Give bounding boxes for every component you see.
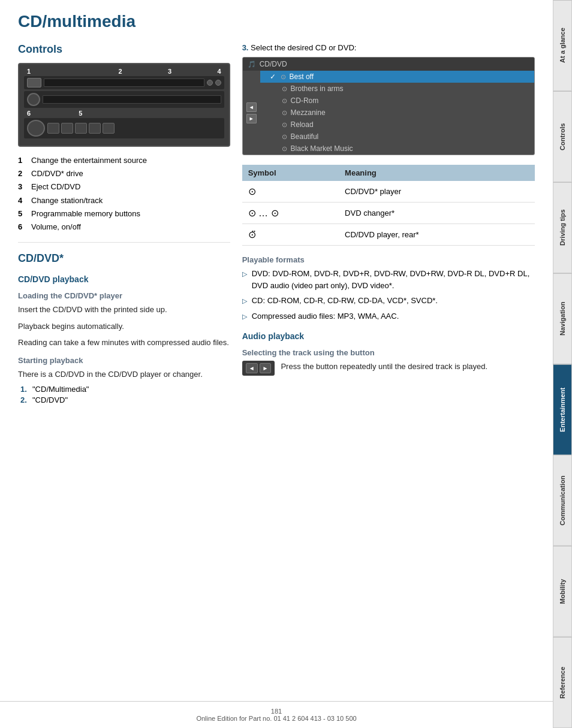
item-num: 6 <box>18 222 26 232</box>
symbol-cell: ⊙ <box>242 181 339 203</box>
panel-label-2: 2 <box>119 68 122 75</box>
playable-formats-list: ▷ DVD: DVD-ROM, DVD-R, DVD+R, DVD-RW, DV… <box>242 268 535 322</box>
prev-track-button[interactable]: ◄ <box>246 363 258 373</box>
controls-heading: Controls <box>18 43 230 56</box>
table-row: ⊙ … ⊙ DVD changer* <box>242 203 535 224</box>
step3-text: 3. Select the desired CD or DVD: <box>242 43 535 52</box>
left-column: Controls 1 2 3 4 <box>18 43 230 409</box>
section-divider <box>18 242 230 243</box>
symbol-col-header: Symbol <box>242 165 339 181</box>
next-track-button[interactable]: ► <box>260 363 272 373</box>
step-num: 2. <box>20 395 29 404</box>
loading-heading: Loading the CD/DVD* player <box>18 291 230 300</box>
sidebar-tab-reference[interactable]: Reference <box>553 637 572 728</box>
list-item-4: 4 Change station/track <box>18 195 230 206</box>
dropdown-item-black-market-music[interactable]: ⊙ Black Market Music <box>260 143 534 155</box>
loading-text-3: Reading can take a few minutes with comp… <box>18 337 230 349</box>
ordered-step-1: 1. "CD/Multimedia" <box>20 385 230 394</box>
starting-text: There is a CD/DVD in the CD/DVD player o… <box>18 368 230 380</box>
page-number: 181 <box>271 708 282 715</box>
meaning-cell: CD/DVD* player <box>339 181 535 203</box>
list-item: ▷ DVD: DVD-ROM, DVD-R, DVD+R, DVD-RW, DV… <box>242 268 535 291</box>
item-text: Programmable memory buttons <box>31 209 140 219</box>
track-selection-area: ◄ ► Press the button repeatedly until th… <box>242 361 535 377</box>
dropdown-header: 🎵 CD/DVD <box>243 58 534 71</box>
audio-playback-heading: Audio playback <box>242 331 535 341</box>
symbol-cell: ⊙ … ⊙ <box>242 203 339 224</box>
item-num: 4 <box>18 195 26 206</box>
ordered-steps: 1. "CD/Multimedia" 2. "CD/DVD" <box>20 385 230 404</box>
panel-label-1: 1 <box>27 68 31 75</box>
item-num: 2 <box>18 168 26 179</box>
bullet-icon: ▷ <box>242 312 248 322</box>
list-item-3: 3 Eject CD/DVD <box>18 182 230 192</box>
dropdown-item-brothers-in-arms[interactable]: ⊙ Brothers in arms <box>260 83 534 95</box>
sidebar-tabs: At a glance Controls Driving tips Naviga… <box>553 0 572 728</box>
step-num: 1. <box>20 385 29 394</box>
ordered-step-2: 2. "CD/DVD" <box>20 395 230 404</box>
list-item-5: 5 Programmable memory buttons <box>18 209 230 219</box>
step-text: "CD/Multimedia" <box>32 385 89 394</box>
page-footer: 181 Online Edition for Part no. 01 41 2 … <box>0 701 553 728</box>
meaning-cell: DVD changer* <box>339 203 535 224</box>
sidebar-tab-communication[interactable]: Communication <box>553 455 572 546</box>
dropdown-item-cd-rom[interactable]: ⊙ CD-Rom <box>260 95 534 107</box>
list-item: ▷ CD: CD-ROM, CD-R, CD-RW, CD-DA, VCD*, … <box>242 295 535 307</box>
cddvd-dropdown[interactable]: 🎵 CD/DVD ◄ ► ✓ ⊙ Best off <box>242 57 535 155</box>
content-columns: Controls 1 2 3 4 <box>18 43 535 409</box>
item-num: 1 <box>18 155 26 166</box>
sidebar-tab-at-a-glance[interactable]: At a glance <box>553 0 572 91</box>
panel-label-5: 5 <box>79 110 82 117</box>
bullet-icon: ▷ <box>242 269 248 291</box>
sidebar-tab-navigation[interactable]: Navigation <box>553 273 572 364</box>
sidebar-tab-driving-tips[interactable]: Driving tips <box>553 182 572 273</box>
right-column: 3. Select the desired CD or DVD: 🎵 CD/DV… <box>242 43 535 409</box>
list-item: ▷ Compressed audio files: MP3, WMA, AAC. <box>242 310 535 322</box>
list-item-2: 2 CD/DVD* drive <box>18 168 230 179</box>
track-nav-buttons[interactable]: ◄ ► <box>242 361 275 376</box>
table-row: ⊙ CD/DVD* player <box>242 181 535 203</box>
meaning-cell: CD/DVD player, rear* <box>339 224 535 246</box>
meaning-col-header: Meaning <box>339 165 535 181</box>
item-text: Change the entertainment source <box>31 155 147 166</box>
symbol-table: Symbol Meaning ⊙ CD/DVD* player ⊙ … ⊙ <box>242 165 535 246</box>
table-row: ⊙̈ CD/DVD player, rear* <box>242 224 535 246</box>
loading-text-1: Insert the CD/DVD with the printed side … <box>18 304 230 316</box>
dropdown-item-reload[interactable]: ⊙ Reload <box>260 119 534 131</box>
item-text: CD/DVD* drive <box>31 168 83 179</box>
item-text: Eject CD/DVD <box>31 182 80 192</box>
item-num: 3 <box>18 182 26 192</box>
list-item-6: 6 Volume, on/off <box>18 222 230 232</box>
car-panel-image: 1 2 3 4 <box>18 63 230 147</box>
starting-heading: Starting playback <box>18 356 230 365</box>
cddvd-heading: CD/DVD* <box>18 252 230 265</box>
item-text: Volume, on/off <box>31 222 81 232</box>
panel-label-3: 3 <box>168 68 171 75</box>
loading-text-2: Playback begins automatically. <box>18 321 230 333</box>
step-text: "CD/DVD" <box>32 395 68 404</box>
playable-formats-heading: Playable formats <box>242 255 535 264</box>
item-text: Change station/track <box>31 195 103 206</box>
controls-numbered-list: 1 Change the entertainment source 2 CD/D… <box>18 155 230 232</box>
selecting-track-heading: Selecting the track using the button <box>242 348 535 357</box>
item-num: 5 <box>18 209 26 219</box>
sidebar-tab-mobility[interactable]: Mobility <box>553 546 572 637</box>
page-title: CD/multimedia <box>18 12 535 31</box>
cddvd-playback-heading: CD/DVD playback <box>18 274 230 284</box>
panel-label-6: 6 <box>27 110 31 117</box>
sidebar-tab-entertainment[interactable]: Entertainment <box>553 364 572 455</box>
sidebar-tab-controls[interactable]: Controls <box>553 91 572 182</box>
selecting-track-text: Press the button repeatedly until the de… <box>281 361 535 373</box>
dropdown-item-best-off[interactable]: ✓ ⊙ Best off <box>260 71 534 83</box>
bullet-icon: ▷ <box>242 296 248 307</box>
symbol-cell: ⊙̈ <box>242 224 339 246</box>
main-content: CD/multimedia Controls 1 2 3 4 <box>0 0 553 421</box>
footer-text: Online Edition for Part no. 01 41 2 604 … <box>196 715 356 722</box>
list-item-1: 1 Change the entertainment source <box>18 155 230 166</box>
panel-label-4: 4 <box>218 68 221 75</box>
dropdown-item-beautiful[interactable]: ⊙ Beautiful <box>260 131 534 143</box>
dropdown-item-mezzanine[interactable]: ⊙ Mezzanine <box>260 107 534 119</box>
